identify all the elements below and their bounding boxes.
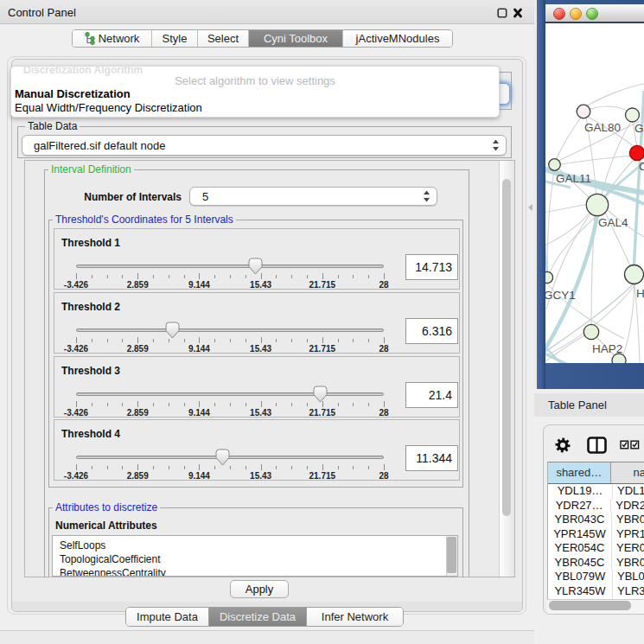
svg-text:GAL4: GAL4 [598,216,628,229]
svg-text:GA: GA [634,122,644,135]
svg-text:GCY1: GCY1 [545,289,576,302]
svg-text:HAP2: HAP2 [592,342,622,355]
svg-text:H: H [636,287,644,300]
svg-text:C: C [639,160,644,173]
svg-text:GAL11: GAL11 [556,172,591,185]
svg-text:GAL80: GAL80 [584,121,621,134]
